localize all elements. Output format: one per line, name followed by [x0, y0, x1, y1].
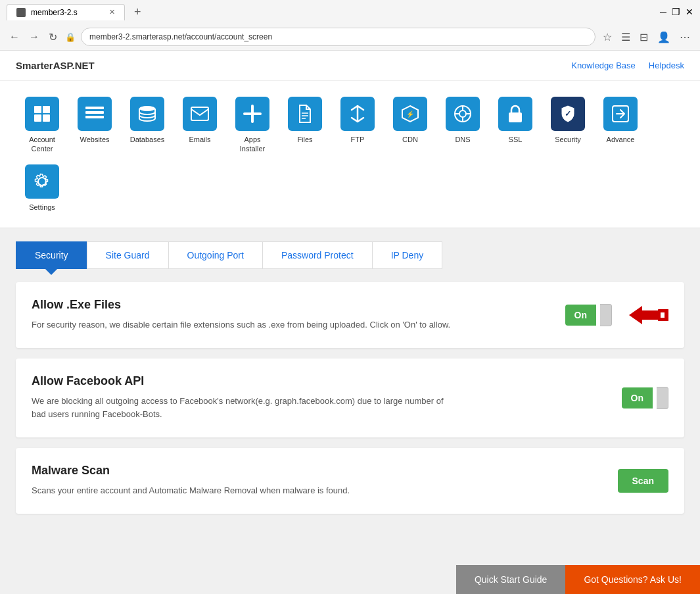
card-title: Malware Scan: [32, 464, 452, 478]
nav-icon-websites[interactable]: Websites: [68, 91, 121, 159]
main-content: SecuritySite GuardOutgoing PortPassword …: [0, 228, 700, 594]
tab-favicon: [16, 8, 26, 17]
svg-text:⚡: ⚡: [406, 110, 415, 118]
emails-icon-box: [183, 97, 217, 131]
browser-chrome: member3-2.s ✕ + ─ ❐ ✕ ← → ↻ 🔒 ☆ ☰ ⊟ 👤 ⋯: [0, 0, 700, 51]
files-icon-box: [288, 97, 322, 131]
svg-rect-3: [43, 114, 50, 122]
nav-icon-dns[interactable]: DNS: [436, 91, 489, 159]
toolbar-icons: ☆ ☰ ⊟ 👤 ⋯: [599, 29, 693, 45]
toggle-knob: [600, 304, 612, 326]
toggle-wrapper: On: [565, 304, 612, 326]
card-description: We are blocking all outgoing access to F…: [32, 395, 452, 422]
security-icon-box: ✓: [551, 97, 585, 131]
svg-point-7: [139, 106, 155, 111]
nav-icon-ftp[interactable]: FTP: [331, 91, 384, 159]
header-links: Knowledge Base Helpdesk: [571, 61, 684, 70]
advance-icon-box: [603, 97, 638, 131]
extensions-button[interactable]: ⋯: [676, 29, 693, 45]
svg-rect-0: [34, 106, 41, 113]
ftp-icon-box: [340, 97, 375, 131]
nav-icon-label: Security: [555, 135, 581, 144]
tab-close-button[interactable]: ✕: [109, 8, 115, 16]
tab-password-protect[interactable]: Password Protect: [262, 241, 372, 269]
profile-button[interactable]: 👤: [654, 29, 674, 45]
nav-icon-label: Websites: [80, 135, 109, 144]
databases-icon-box: [130, 97, 164, 131]
card-action: On: [565, 301, 668, 330]
restore-button[interactable]: ❐: [672, 7, 680, 17]
tabs-container: SecuritySite GuardOutgoing PortPassword …: [16, 241, 684, 269]
nav-icon-advance[interactable]: Advance: [594, 91, 647, 159]
nav-icon-label: Advance: [607, 135, 635, 144]
icon-grid: AccountCenter Websites Databases Emails …: [0, 81, 700, 228]
ask-us-button[interactable]: Got Questions? Ask Us!: [565, 565, 700, 594]
close-button[interactable]: ✕: [686, 7, 693, 17]
red-arrow-icon: [629, 301, 668, 330]
site-header: SmarterASP.NET Knowledge Base Helpdesk: [0, 51, 700, 81]
card-malware-scan: Malware Scan Scans your entire account a…: [16, 448, 684, 514]
tab-ip-deny[interactable]: IP Deny: [372, 241, 443, 269]
back-button[interactable]: ←: [7, 30, 22, 44]
tab-security[interactable]: Security: [16, 241, 87, 269]
toggle-on-button[interactable]: On: [622, 387, 653, 408]
quick-start-button[interactable]: Quick Start Guide: [456, 565, 566, 594]
reader-view-button[interactable]: ☰: [618, 29, 634, 45]
new-tab-button[interactable]: +: [130, 4, 145, 20]
refresh-button[interactable]: ↻: [46, 30, 60, 45]
nav-icon-label: Files: [297, 135, 312, 144]
site-logo: SmarterASP.NET: [16, 60, 95, 71]
ssl-icon-box: [498, 97, 532, 131]
card-content: Allow .Exe Files For security reason, we…: [32, 298, 452, 332]
toggle-knob: [657, 387, 668, 409]
nav-icon-files[interactable]: Files: [279, 91, 331, 159]
dns-icon-box: [446, 97, 480, 131]
svg-rect-17: [509, 112, 522, 122]
card-description: Scans your entire account and Automatic …: [32, 484, 452, 498]
nav-icon-emails[interactable]: Emails: [174, 91, 226, 159]
helpdesk-link[interactable]: Helpdesk: [649, 61, 684, 70]
card-action: Scan: [618, 469, 668, 493]
bookmarks-button[interactable]: ☆: [599, 29, 615, 45]
card-content: Allow Facebook API We are blocking all o…: [32, 374, 452, 422]
minimize-button[interactable]: ─: [660, 7, 666, 17]
settings-icon-box: [25, 164, 59, 199]
tab-outgoing-port[interactable]: Outgoing Port: [168, 241, 262, 269]
svg-marker-21: [629, 306, 642, 324]
apps-installer-icon-box: [235, 97, 269, 131]
nav-icon-label: Emails: [189, 135, 210, 144]
nav-icon-security[interactable]: ✓ Security: [542, 91, 594, 159]
websites-icon-box: [78, 97, 112, 131]
svg-rect-1: [43, 106, 50, 113]
nav-icon-ssl[interactable]: SSL: [489, 91, 542, 159]
nav-icon-settings[interactable]: Settings: [16, 159, 68, 217]
svg-rect-6: [85, 116, 104, 118]
knowledge-base-link[interactable]: Knowledge Base: [571, 61, 636, 70]
scan-button[interactable]: Scan: [618, 469, 668, 493]
nav-icon-apps-installer[interactable]: AppsInstaller: [226, 91, 279, 159]
card-action: On: [622, 387, 668, 409]
lock-icon: 🔒: [65, 32, 76, 42]
page-content: SmarterASP.NET Knowledge Base Helpdesk A…: [0, 51, 700, 594]
svg-point-12: [459, 111, 466, 117]
cdn-icon-box: ⚡: [393, 97, 427, 131]
tab-site-guard[interactable]: Site Guard: [87, 241, 168, 269]
forward-button[interactable]: →: [26, 30, 42, 44]
nav-icon-account-center[interactable]: AccountCenter: [16, 91, 68, 159]
nav-icon-databases[interactable]: Databases: [121, 91, 174, 159]
nav-icon-label: CDN: [402, 135, 418, 144]
address-input[interactable]: [81, 28, 595, 46]
title-bar: member3-2.s ✕ + ─ ❐ ✕: [0, 0, 700, 24]
nav-icon-cdn[interactable]: ⚡ CDN: [384, 91, 436, 159]
svg-rect-2: [34, 114, 41, 122]
cards-container: Allow .Exe Files For security reason, we…: [16, 282, 684, 514]
svg-text:✓: ✓: [565, 109, 571, 118]
arrow-annotation: [629, 301, 668, 330]
sidebar-button[interactable]: ⊟: [636, 29, 651, 45]
svg-rect-24: [665, 309, 668, 321]
card-allow-facebook: Allow Facebook API We are blocking all o…: [16, 359, 684, 438]
nav-icon-label: Settings: [29, 203, 55, 212]
nav-icon-label: Databases: [130, 135, 165, 144]
browser-tab[interactable]: member3-2.s ✕: [7, 4, 125, 20]
toggle-on-button[interactable]: On: [565, 305, 596, 326]
